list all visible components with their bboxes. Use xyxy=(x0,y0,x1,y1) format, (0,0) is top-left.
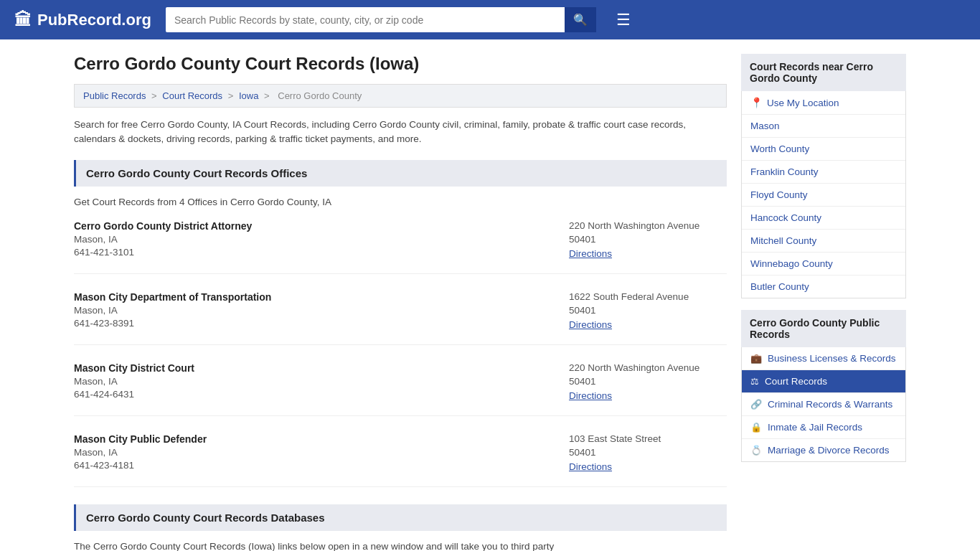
sidebar-item-county-4[interactable]: Hancock County xyxy=(742,207,905,230)
office-phone-3: 641-423-4181 xyxy=(74,460,569,471)
databases-section: Cerro Gordo County Court Records Databas… xyxy=(74,504,727,552)
breadcrumb-sep-2: > xyxy=(228,90,234,101)
office-phone-0: 641-421-3101 xyxy=(74,247,569,258)
office-right-2: 220 North Washington Avenue 50401 Direct… xyxy=(569,362,727,401)
county-link-3[interactable]: Floyd County xyxy=(750,189,808,200)
offices-container: Cerro Gordo County District Attorney Mas… xyxy=(74,220,727,487)
office-address1-0: 220 North Washington Avenue xyxy=(569,220,727,231)
sidebar-item-county-2[interactable]: Franklin County xyxy=(742,161,905,184)
office-entry: Mason City District Court Mason, IA 641-… xyxy=(74,362,727,416)
office-right-3: 103 East State Street 50401 Directions xyxy=(569,433,727,472)
site-logo[interactable]: 🏛 PubRecord.org xyxy=(14,10,151,30)
office-phone-1: 641-423-8391 xyxy=(74,318,569,329)
breadcrumb: Public Records > Court Records > Iowa > … xyxy=(74,84,727,108)
record-icon-1: ⚖ xyxy=(750,376,759,387)
office-left-1: Mason City Department of Transportation … xyxy=(74,291,569,330)
county-link-5[interactable]: Mitchell County xyxy=(750,235,816,246)
sidebar-item-county-5[interactable]: Mitchell County xyxy=(742,230,905,253)
breadcrumb-court-records[interactable]: Court Records xyxy=(162,90,222,101)
offices-sub-description: Get Court Records from 4 Offices in Cerr… xyxy=(74,197,727,207)
office-name-3: Mason City Public Defender xyxy=(74,433,569,445)
record-link-1[interactable]: Court Records xyxy=(765,376,827,387)
office-city-3: Mason, IA xyxy=(74,447,569,458)
office-address2-0: 50401 xyxy=(569,234,727,245)
office-city-0: Mason, IA xyxy=(74,234,569,245)
public-records-section-title: Cerro Gordo County Public Records xyxy=(741,310,906,347)
county-link-0[interactable]: Mason xyxy=(750,121,780,131)
breadcrumb-sep-3: > xyxy=(264,90,270,101)
hamburger-icon: ☰ xyxy=(616,11,631,29)
logo-text: PubRecord.org xyxy=(37,11,151,29)
sidebar-record-item-1[interactable]: ⚖ Court Records xyxy=(742,370,905,393)
directions-link-0[interactable]: Directions xyxy=(569,248,612,259)
office-left-2: Mason City District Court Mason, IA 641-… xyxy=(74,362,569,401)
sidebar-record-item-4[interactable]: 💍 Marriage & Divorce Records xyxy=(742,439,905,461)
record-link-3[interactable]: Inmate & Jail Records xyxy=(768,422,862,433)
sidebar-record-item-3[interactable]: 🔒 Inmate & Jail Records xyxy=(742,416,905,439)
office-city-1: Mason, IA xyxy=(74,305,569,316)
office-address1-1: 1622 South Federal Avenue xyxy=(569,291,727,302)
office-name-1: Mason City Department of Transportation xyxy=(74,291,569,303)
breadcrumb-county: Cerro Gordo County xyxy=(278,90,362,101)
record-icon-2: 🔗 xyxy=(750,399,762,410)
county-link-1[interactable]: Worth County xyxy=(750,143,809,154)
sidebar-item-county-6[interactable]: Winnebago County xyxy=(742,253,905,276)
page-description: Search for free Cerro Gordo County, IA C… xyxy=(74,118,727,147)
county-link-7[interactable]: Butler County xyxy=(750,281,809,292)
breadcrumb-sep-1: > xyxy=(151,90,157,101)
breadcrumb-iowa[interactable]: Iowa xyxy=(239,90,258,101)
office-address2-1: 50401 xyxy=(569,305,727,316)
page-title: Cerro Gordo County Court Records (Iowa) xyxy=(74,54,727,74)
record-link-4[interactable]: Marriage & Divorce Records xyxy=(768,445,890,456)
office-right-0: 220 North Washington Avenue 50401 Direct… xyxy=(569,220,727,259)
office-name-2: Mason City District Court xyxy=(74,362,569,374)
office-address2-3: 50401 xyxy=(569,447,727,458)
county-link-4[interactable]: Hancock County xyxy=(750,212,821,223)
record-icon-0: 💼 xyxy=(750,353,762,364)
sidebar-item-county-3[interactable]: Floyd County xyxy=(742,184,905,207)
public-records-list: 💼 Business Licenses & Records ⚖ Court Re… xyxy=(741,347,906,462)
sidebar-record-item-0[interactable]: 💼 Business Licenses & Records xyxy=(742,347,905,370)
search-button[interactable]: 🔍 xyxy=(565,7,596,32)
office-left-0: Cerro Gordo County District Attorney Mas… xyxy=(74,220,569,259)
record-icon-3: 🔒 xyxy=(750,422,762,433)
office-right-1: 1622 South Federal Avenue 50401 Directio… xyxy=(569,291,727,330)
sidebar: Court Records near Cerro Gordo County 📍 … xyxy=(741,54,906,551)
main-container: Cerro Gordo County Court Records (Iowa) … xyxy=(60,39,920,551)
office-entry: Mason City Department of Transportation … xyxy=(74,291,727,345)
site-header: 🏛 PubRecord.org 🔍 ☰ xyxy=(0,0,980,39)
office-address1-3: 103 East State Street xyxy=(569,433,727,444)
office-address2-2: 50401 xyxy=(569,376,727,387)
county-link-6[interactable]: Winnebago County xyxy=(750,258,833,269)
office-city-2: Mason, IA xyxy=(74,376,569,387)
search-icon: 🔍 xyxy=(573,14,588,26)
office-entry: Mason City Public Defender Mason, IA 641… xyxy=(74,433,727,487)
directions-link-2[interactable]: Directions xyxy=(569,390,612,401)
record-link-2[interactable]: Criminal Records & Warrants xyxy=(768,399,892,410)
office-phone-2: 641-424-6431 xyxy=(74,389,569,400)
directions-link-3[interactable]: Directions xyxy=(569,461,612,472)
office-address1-2: 220 North Washington Avenue xyxy=(569,362,727,373)
record-link-0[interactable]: Business Licenses & Records xyxy=(768,353,896,364)
sidebar-item-county-1[interactable]: Worth County xyxy=(742,138,905,161)
nearby-list: 📍 Use My Location MasonWorth CountyFrank… xyxy=(741,91,906,298)
content-area: Cerro Gordo County Court Records (Iowa) … xyxy=(74,54,727,551)
county-link-2[interactable]: Franklin County xyxy=(750,166,819,177)
office-left-3: Mason City Public Defender Mason, IA 641… xyxy=(74,433,569,472)
sidebar-record-item-2[interactable]: 🔗 Criminal Records & Warrants xyxy=(742,393,905,416)
use-location-link[interactable]: Use My Location xyxy=(767,98,839,108)
offices-section-header: Cerro Gordo County Court Records Offices xyxy=(74,160,727,187)
hamburger-button[interactable]: ☰ xyxy=(611,8,636,32)
sidebar-item-county-0[interactable]: Mason xyxy=(742,115,905,138)
breadcrumb-public-records[interactable]: Public Records xyxy=(83,90,146,101)
search-bar: 🔍 xyxy=(166,7,596,32)
office-name-0: Cerro Gordo County District Attorney xyxy=(74,220,569,232)
search-input[interactable] xyxy=(166,7,565,32)
logo-icon: 🏛 xyxy=(14,10,32,30)
use-my-location[interactable]: 📍 Use My Location xyxy=(742,91,905,115)
nearby-section-title: Court Records near Cerro Gordo County xyxy=(741,54,906,91)
directions-link-1[interactable]: Directions xyxy=(569,319,612,330)
databases-section-header: Cerro Gordo County Court Records Databas… xyxy=(74,504,727,531)
location-icon: 📍 xyxy=(750,97,763,108)
sidebar-item-county-7[interactable]: Butler County xyxy=(742,276,905,298)
